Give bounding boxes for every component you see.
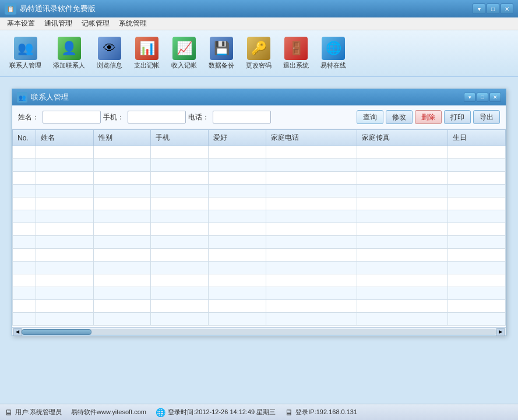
table-row: [13, 274, 506, 287]
expenses-label: 支出记帐: [134, 61, 160, 70]
scroll-left-arrow[interactable]: ◀: [13, 328, 22, 336]
phone-label: 电话：: [188, 112, 209, 122]
contact-close-button[interactable]: ✕: [489, 93, 501, 102]
scroll-right-arrow[interactable]: ▶: [496, 328, 505, 336]
ip-label: 登录IP:192.168.0.131: [295, 408, 357, 417]
modify-button[interactable]: 修改: [386, 110, 413, 124]
contact-maximize-button[interactable]: □: [477, 93, 488, 102]
status-website: 易特软件www.yitesoft.com: [71, 408, 146, 417]
contact-minimize-button[interactable]: ▾: [464, 93, 475, 102]
change-pwd-icon: 🔑: [247, 37, 270, 60]
query-button[interactable]: 查询: [357, 110, 383, 124]
add-contact-label: 添加联系人: [53, 61, 85, 70]
change-pwd-label: 更改密码: [246, 61, 272, 70]
table-row: [13, 185, 506, 197]
delete-button[interactable]: 删除: [415, 110, 442, 124]
user-label: 用户:系统管理员: [15, 408, 62, 417]
name-input[interactable]: [43, 111, 101, 123]
window-controls: ▾ □ ✕: [473, 3, 513, 14]
close-button[interactable]: ✕: [501, 3, 513, 14]
table-row: [13, 223, 506, 236]
app-icon: 📋: [5, 3, 16, 15]
toolbar-contacts-mgr[interactable]: 👥 联系人管理: [6, 34, 45, 72]
data-table-container[interactable]: No. 姓名 性别 手机 爱好 家庭电话 家庭传真 生日: [12, 129, 506, 327]
table-row: [13, 236, 506, 249]
status-user: 🖥 用户:系统管理员: [5, 408, 62, 417]
search-bar: 姓名： 手机： 电话： 查询 修改 删除 打印 导出: [12, 105, 506, 129]
scroll-thumb[interactable]: [22, 329, 91, 335]
table-row: [13, 300, 506, 313]
minimize-button[interactable]: ▾: [473, 3, 485, 14]
table-row: [13, 262, 506, 274]
table-row: [13, 146, 506, 159]
exit-icon: 🚪: [284, 37, 308, 60]
menu-accounting[interactable]: 记帐管理: [77, 17, 114, 30]
add-contact-icon: 👤: [58, 37, 81, 60]
col-home-fax: 家庭传真: [357, 130, 447, 146]
login-time-label: 登录时间:2012-12-26 14:12:49 星期三: [168, 408, 276, 417]
expenses-icon: 📊: [135, 37, 158, 60]
table-row: [13, 313, 506, 326]
user-icon: 🖥: [5, 408, 13, 417]
income-label: 收入记帐: [171, 61, 197, 70]
horizontal-scrollbar[interactable]: ◀ ▶: [12, 327, 506, 336]
export-button[interactable]: 导出: [473, 110, 500, 124]
status-bar: 🖥 用户:系统管理员 易特软件www.yitesoft.com 🌐 登录时间:2…: [0, 404, 518, 420]
table-row: [13, 159, 506, 172]
data-table: No. 姓名 性别 手机 爱好 家庭电话 家庭传真 生日: [12, 129, 506, 326]
phone-input[interactable]: [213, 111, 271, 123]
menu-system[interactable]: 系统管理: [114, 17, 151, 30]
toolbar-exit[interactable]: 🚪 退出系统: [280, 34, 312, 72]
contact-window-icon: 👥: [17, 92, 27, 103]
col-birthday: 生日: [448, 130, 506, 146]
main-area: 👥 联系人管理 ▾ □ ✕ 姓名： 手机： 电话： 查询 修改 删除 打印 导出: [0, 77, 518, 404]
mobile-label: 手机：: [103, 112, 124, 122]
col-no: No.: [13, 130, 36, 146]
backup-label: 数据备份: [209, 61, 234, 70]
toolbar: 👥 联系人管理 👤 添加联系人 👁 浏览信息 📊 支出记帐 📈 收入记帐 💾 数…: [0, 30, 518, 77]
online-icon: 🌐: [322, 37, 345, 60]
browse-label: 浏览信息: [97, 61, 122, 70]
contact-window-controls: ▾ □ ✕: [464, 93, 501, 102]
status-login-time: 🌐 登录时间:2012-12-26 14:12:49 星期三: [156, 408, 276, 417]
contact-window: 👥 联系人管理 ▾ □ ✕ 姓名： 手机： 电话： 查询 修改 删除 打印 导出: [12, 89, 506, 336]
toolbar-add-contact[interactable]: 👤 添加联系人: [50, 34, 89, 72]
toolbar-income[interactable]: 📈 收入记帐: [168, 34, 200, 72]
menu-contacts[interactable]: 通讯管理: [40, 17, 77, 30]
menu-basic-settings[interactable]: 基本设置: [2, 17, 40, 30]
col-mobile: 手机: [151, 130, 209, 146]
income-icon: 📈: [172, 37, 196, 60]
table-row: [13, 287, 506, 300]
toolbar-expenses[interactable]: 📊 支出记帐: [131, 34, 163, 72]
mobile-input[interactable]: [128, 111, 186, 123]
table-row: [13, 210, 506, 223]
name-label: 姓名：: [18, 112, 39, 122]
clock-icon: 🌐: [156, 408, 165, 417]
col-home-phone: 家庭电话: [266, 130, 357, 146]
table-body: [13, 146, 506, 326]
table-row: [13, 172, 506, 185]
col-name: 姓名: [36, 130, 94, 146]
table-row: [13, 197, 506, 210]
online-label: 易特在线: [320, 61, 346, 70]
scroll-track[interactable]: [22, 329, 496, 335]
website-label: 易特软件www.yitesoft.com: [71, 408, 146, 417]
col-hobby: 爱好: [208, 130, 266, 146]
app-title: 易特通讯录软件免费版: [20, 3, 473, 14]
print-button[interactable]: 打印: [444, 110, 471, 124]
contacts-mgr-label: 联系人管理: [9, 61, 41, 70]
table-header: No. 姓名 性别 手机 爱好 家庭电话 家庭传真 生日: [13, 130, 506, 146]
status-ip: 🖥 登录IP:192.168.0.131: [285, 408, 357, 417]
toolbar-online[interactable]: 🌐 易特在线: [317, 34, 350, 72]
toolbar-backup[interactable]: 💾 数据备份: [205, 34, 238, 72]
backup-icon: 💾: [210, 37, 233, 60]
menu-bar: 基本设置 通讯管理 记帐管理 系统管理: [0, 17, 518, 30]
monitor-icon: 🖥: [285, 408, 293, 417]
title-bar: 📋 易特通讯录软件免费版 ▾ □ ✕: [0, 0, 518, 17]
contact-titlebar: 👥 联系人管理 ▾ □ ✕: [12, 89, 506, 105]
exit-label: 退出系统: [283, 61, 309, 70]
toolbar-change-pwd[interactable]: 🔑 更改密码: [242, 34, 275, 72]
maximize-button[interactable]: □: [487, 3, 499, 14]
toolbar-browse-info[interactable]: 👁 浏览信息: [93, 34, 126, 72]
col-gender: 性别: [93, 130, 151, 146]
